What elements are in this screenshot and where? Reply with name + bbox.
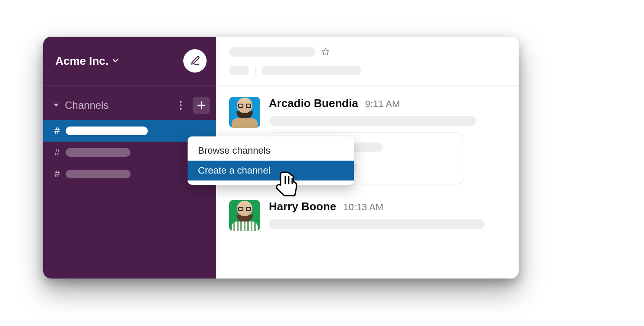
person-illustration — [232, 201, 258, 231]
message-body: Harry Boone 10:13 AM — [269, 200, 506, 231]
person-illustration — [232, 98, 258, 128]
channels-more-button[interactable] — [173, 98, 188, 113]
channels-label: Channels — [65, 99, 108, 111]
channels-toggle[interactable]: Channels — [53, 99, 173, 111]
hash-icon: # — [54, 147, 60, 158]
compose-icon — [189, 55, 201, 66]
channel-title-row — [229, 47, 506, 57]
plus-icon — [197, 101, 206, 110]
sidebar-header: Acme Inc. — [43, 37, 216, 85]
menu-item-create-channel[interactable]: Create a channel — [188, 161, 354, 180]
channel-meta-row — [229, 65, 506, 76]
channel-header — [216, 37, 519, 85]
channels-section-header: Channels — [43, 85, 216, 120]
caret-down-icon — [53, 102, 60, 108]
avatar[interactable] — [229, 200, 260, 231]
message-header: Arcadio Buendia 9:11 AM — [269, 97, 506, 110]
message-header: Harry Boone 10:13 AM — [269, 200, 506, 213]
add-channel-menu: Browse channels Create a channel — [188, 136, 354, 185]
menu-item-browse-channels[interactable]: Browse channels — [188, 141, 354, 161]
hash-icon: # — [54, 125, 60, 136]
svg-point-1 — [180, 104, 182, 106]
svg-point-2 — [180, 108, 182, 110]
add-channel-button[interactable] — [193, 97, 210, 114]
message: Harry Boone 10:13 AM — [229, 200, 506, 231]
workspace-switcher[interactable]: Acme Inc. — [55, 54, 119, 68]
chevron-down-icon — [112, 57, 119, 64]
message-time: 9:11 AM — [365, 98, 400, 110]
meta-placeholder — [261, 66, 361, 75]
star-icon[interactable] — [321, 47, 330, 57]
svg-point-0 — [180, 101, 182, 103]
hash-icon: # — [54, 168, 60, 180]
message-text-placeholder — [269, 219, 485, 229]
sender-name[interactable]: Arcadio Buendia — [269, 97, 358, 110]
message-text-placeholder — [269, 116, 476, 126]
compose-button[interactable] — [183, 49, 207, 73]
channel-title-placeholder — [229, 47, 316, 57]
more-vertical-icon — [179, 101, 182, 110]
menu-item-label: Browse channels — [198, 145, 271, 156]
message-time: 10:13 AM — [343, 202, 383, 213]
avatar[interactable] — [229, 97, 260, 128]
sender-name[interactable]: Harry Boone — [269, 200, 336, 213]
meta-divider — [255, 65, 255, 76]
channel-name-placeholder — [66, 127, 148, 135]
menu-item-label: Create a channel — [198, 165, 271, 176]
meta-placeholder — [229, 66, 249, 75]
channel-name-placeholder — [66, 170, 131, 178]
channel-name-placeholder — [66, 148, 131, 157]
workspace-name: Acme Inc. — [55, 54, 108, 68]
channels-actions — [173, 97, 210, 114]
